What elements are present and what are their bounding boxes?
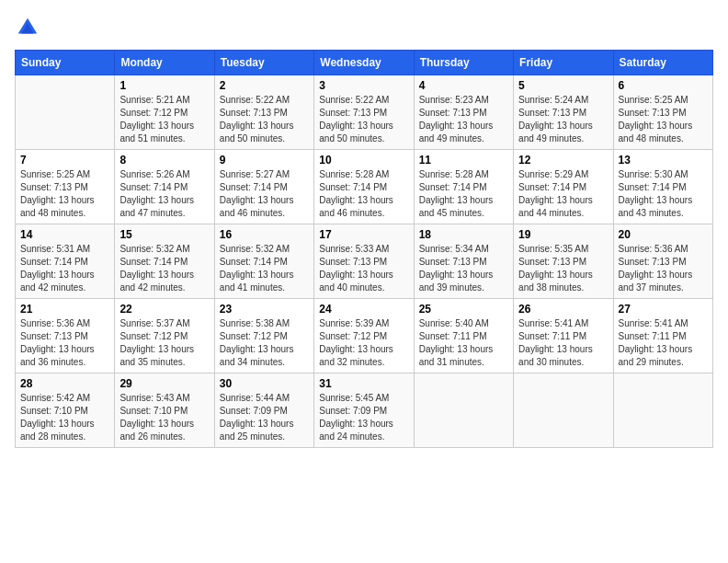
day-number: 3 bbox=[319, 79, 408, 92]
calendar-cell: 1Sunrise: 5:21 AM Sunset: 7:12 PM Daylig… bbox=[115, 75, 214, 150]
calendar-cell: 30Sunrise: 5:44 AM Sunset: 7:09 PM Dayli… bbox=[214, 373, 313, 448]
weekday-header-tuesday: Tuesday bbox=[214, 51, 313, 75]
day-info: Sunrise: 5:32 AM Sunset: 7:14 PM Dayligh… bbox=[119, 243, 209, 294]
day-info: Sunrise: 5:45 AM Sunset: 7:09 PM Dayligh… bbox=[319, 392, 408, 443]
page-header bbox=[15, 15, 713, 40]
day-number: 16 bbox=[220, 228, 309, 241]
day-info: Sunrise: 5:29 AM Sunset: 7:14 PM Dayligh… bbox=[518, 168, 608, 220]
day-number: 23 bbox=[220, 303, 309, 316]
day-number: 10 bbox=[319, 154, 408, 167]
day-number: 11 bbox=[419, 154, 508, 167]
calendar-cell: 19Sunrise: 5:35 AM Sunset: 7:13 PM Dayli… bbox=[514, 224, 613, 299]
calendar-cell: 16Sunrise: 5:32 AM Sunset: 7:14 PM Dayli… bbox=[214, 224, 313, 299]
weekday-header-saturday: Saturday bbox=[613, 51, 712, 75]
day-number: 14 bbox=[20, 228, 109, 241]
weekday-header-wednesday: Wednesday bbox=[314, 51, 414, 75]
day-info: Sunrise: 5:22 AM Sunset: 7:13 PM Dayligh… bbox=[319, 94, 408, 145]
calendar-cell: 29Sunrise: 5:43 AM Sunset: 7:10 PM Dayli… bbox=[115, 373, 214, 448]
day-info: Sunrise: 5:35 AM Sunset: 7:13 PM Dayligh… bbox=[518, 243, 608, 294]
day-info: Sunrise: 5:34 AM Sunset: 7:13 PM Dayligh… bbox=[419, 243, 508, 294]
calendar-cell: 25Sunrise: 5:40 AM Sunset: 7:11 PM Dayli… bbox=[414, 299, 513, 373]
day-number: 25 bbox=[419, 303, 508, 316]
logo bbox=[15, 15, 44, 40]
day-number: 22 bbox=[119, 303, 209, 316]
calendar-cell: 9Sunrise: 5:27 AM Sunset: 7:14 PM Daylig… bbox=[214, 150, 313, 224]
calendar-cell: 7Sunrise: 5:25 AM Sunset: 7:13 PM Daylig… bbox=[16, 150, 115, 224]
day-number: 31 bbox=[319, 377, 408, 390]
calendar-cell: 20Sunrise: 5:36 AM Sunset: 7:13 PM Dayli… bbox=[613, 224, 712, 299]
day-number: 21 bbox=[20, 303, 109, 316]
day-info: Sunrise: 5:38 AM Sunset: 7:12 PM Dayligh… bbox=[220, 317, 309, 369]
day-number: 2 bbox=[220, 79, 309, 92]
calendar-week-row: 21Sunrise: 5:36 AM Sunset: 7:13 PM Dayli… bbox=[16, 299, 713, 373]
weekday-header-friday: Friday bbox=[514, 51, 613, 75]
day-info: Sunrise: 5:21 AM Sunset: 7:12 PM Dayligh… bbox=[119, 94, 209, 145]
calendar-cell: 11Sunrise: 5:28 AM Sunset: 7:14 PM Dayli… bbox=[414, 150, 513, 224]
calendar-table: SundayMondayTuesdayWednesdayThursdayFrid… bbox=[15, 50, 713, 448]
day-number: 18 bbox=[419, 228, 508, 241]
day-info: Sunrise: 5:42 AM Sunset: 7:10 PM Dayligh… bbox=[20, 392, 109, 443]
day-info: Sunrise: 5:36 AM Sunset: 7:13 PM Dayligh… bbox=[20, 317, 109, 369]
calendar-cell: 14Sunrise: 5:31 AM Sunset: 7:14 PM Dayli… bbox=[16, 224, 115, 299]
weekday-header-row: SundayMondayTuesdayWednesdayThursdayFrid… bbox=[16, 51, 713, 75]
weekday-header-thursday: Thursday bbox=[414, 51, 513, 75]
day-info: Sunrise: 5:36 AM Sunset: 7:13 PM Dayligh… bbox=[619, 243, 708, 294]
day-number: 15 bbox=[119, 228, 209, 241]
calendar-cell: 27Sunrise: 5:41 AM Sunset: 7:11 PM Dayli… bbox=[613, 299, 712, 373]
calendar-cell: 2Sunrise: 5:22 AM Sunset: 7:13 PM Daylig… bbox=[214, 75, 313, 150]
day-info: Sunrise: 5:31 AM Sunset: 7:14 PM Dayligh… bbox=[20, 243, 109, 294]
day-info: Sunrise: 5:25 AM Sunset: 7:13 PM Dayligh… bbox=[20, 168, 109, 220]
day-info: Sunrise: 5:41 AM Sunset: 7:11 PM Dayligh… bbox=[619, 317, 708, 369]
calendar-cell: 31Sunrise: 5:45 AM Sunset: 7:09 PM Dayli… bbox=[314, 373, 414, 448]
day-info: Sunrise: 5:22 AM Sunset: 7:13 PM Dayligh… bbox=[220, 94, 309, 145]
calendar-cell: 12Sunrise: 5:29 AM Sunset: 7:14 PM Dayli… bbox=[514, 150, 613, 224]
calendar-cell: 4Sunrise: 5:23 AM Sunset: 7:13 PM Daylig… bbox=[414, 75, 513, 150]
day-number: 6 bbox=[619, 79, 708, 92]
calendar-week-row: 1Sunrise: 5:21 AM Sunset: 7:12 PM Daylig… bbox=[16, 75, 713, 150]
calendar-cell: 24Sunrise: 5:39 AM Sunset: 7:12 PM Dayli… bbox=[314, 299, 414, 373]
calendar-week-row: 7Sunrise: 5:25 AM Sunset: 7:13 PM Daylig… bbox=[16, 150, 713, 224]
day-number: 5 bbox=[518, 79, 608, 92]
day-number: 28 bbox=[20, 377, 109, 390]
calendar-cell: 22Sunrise: 5:37 AM Sunset: 7:12 PM Dayli… bbox=[115, 299, 214, 373]
calendar-cell bbox=[414, 373, 513, 448]
day-info: Sunrise: 5:23 AM Sunset: 7:13 PM Dayligh… bbox=[419, 94, 508, 145]
calendar-cell: 17Sunrise: 5:33 AM Sunset: 7:13 PM Dayli… bbox=[314, 224, 414, 299]
day-number: 12 bbox=[518, 154, 608, 167]
day-info: Sunrise: 5:43 AM Sunset: 7:10 PM Dayligh… bbox=[119, 392, 209, 443]
calendar-cell: 26Sunrise: 5:41 AM Sunset: 7:11 PM Dayli… bbox=[514, 299, 613, 373]
calendar-cell: 23Sunrise: 5:38 AM Sunset: 7:12 PM Dayli… bbox=[214, 299, 313, 373]
weekday-header-monday: Monday bbox=[115, 51, 214, 75]
day-info: Sunrise: 5:25 AM Sunset: 7:13 PM Dayligh… bbox=[619, 94, 708, 145]
calendar-cell: 21Sunrise: 5:36 AM Sunset: 7:13 PM Dayli… bbox=[16, 299, 115, 373]
day-number: 19 bbox=[518, 228, 608, 241]
day-info: Sunrise: 5:28 AM Sunset: 7:14 PM Dayligh… bbox=[319, 168, 408, 220]
calendar-cell: 8Sunrise: 5:26 AM Sunset: 7:14 PM Daylig… bbox=[115, 150, 214, 224]
day-number: 13 bbox=[619, 154, 708, 167]
calendar-cell bbox=[514, 373, 613, 448]
day-info: Sunrise: 5:40 AM Sunset: 7:11 PM Dayligh… bbox=[419, 317, 508, 369]
day-info: Sunrise: 5:28 AM Sunset: 7:14 PM Dayligh… bbox=[419, 168, 508, 220]
day-info: Sunrise: 5:27 AM Sunset: 7:14 PM Dayligh… bbox=[220, 168, 309, 220]
calendar-body: 1Sunrise: 5:21 AM Sunset: 7:12 PM Daylig… bbox=[16, 75, 713, 448]
day-number: 24 bbox=[319, 303, 408, 316]
calendar-header: SundayMondayTuesdayWednesdayThursdayFrid… bbox=[16, 51, 713, 75]
day-info: Sunrise: 5:39 AM Sunset: 7:12 PM Dayligh… bbox=[319, 317, 408, 369]
calendar-cell: 18Sunrise: 5:34 AM Sunset: 7:13 PM Dayli… bbox=[414, 224, 513, 299]
day-info: Sunrise: 5:44 AM Sunset: 7:09 PM Dayligh… bbox=[220, 392, 309, 443]
calendar-week-row: 28Sunrise: 5:42 AM Sunset: 7:10 PM Dayli… bbox=[16, 373, 713, 448]
weekday-header-sunday: Sunday bbox=[16, 51, 115, 75]
day-number: 9 bbox=[220, 154, 309, 167]
calendar-cell: 13Sunrise: 5:30 AM Sunset: 7:14 PM Dayli… bbox=[613, 150, 712, 224]
calendar-cell bbox=[16, 75, 115, 150]
day-number: 30 bbox=[220, 377, 309, 390]
day-number: 17 bbox=[319, 228, 408, 241]
day-info: Sunrise: 5:32 AM Sunset: 7:14 PM Dayligh… bbox=[220, 243, 309, 294]
day-info: Sunrise: 5:37 AM Sunset: 7:12 PM Dayligh… bbox=[119, 317, 209, 369]
calendar-cell: 5Sunrise: 5:24 AM Sunset: 7:13 PM Daylig… bbox=[514, 75, 613, 150]
calendar-cell: 28Sunrise: 5:42 AM Sunset: 7:10 PM Dayli… bbox=[16, 373, 115, 448]
day-number: 20 bbox=[619, 228, 708, 241]
logo-icon bbox=[15, 15, 40, 40]
day-info: Sunrise: 5:41 AM Sunset: 7:11 PM Dayligh… bbox=[518, 317, 608, 369]
day-number: 26 bbox=[518, 303, 608, 316]
